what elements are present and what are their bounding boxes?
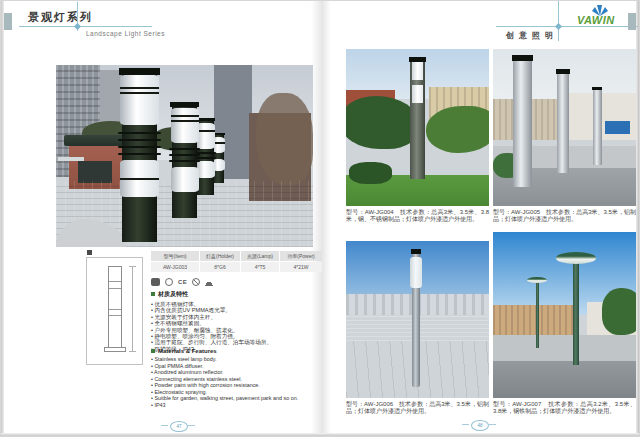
bullet-square-icon	[151, 292, 155, 296]
left-corner-mark	[4, 13, 12, 30]
features-en: Materials & Features Stainless steel lam…	[151, 348, 319, 408]
lamp-diffuser	[196, 161, 215, 178]
features-en-heading: Materials & Features	[151, 348, 319, 354]
scan-edge-bottom	[1, 433, 640, 436]
lamp-diffuser	[196, 123, 215, 148]
landscape-lamp-main	[122, 68, 157, 242]
spec-header-lamp: 光源(Lamp)	[241, 251, 279, 261]
buildings	[493, 305, 576, 335]
lamp-slat	[195, 157, 216, 159]
series-title-en: Landscape Light Series	[86, 30, 165, 37]
lamp-cap	[170, 102, 199, 107]
diffuser-ring	[171, 115, 199, 117]
dimension-tick	[129, 266, 136, 267]
lamp-slat	[118, 153, 161, 155]
features-cn: 材质及特性 优质不锈钢灯体。 内含优质抗UV PMMA透光罩。 光源安装于灯体内…	[151, 290, 319, 352]
product-photo-jg005	[493, 49, 636, 206]
spec-header-holder: 灯盘(Holder)	[200, 251, 240, 261]
lamp-panel	[412, 62, 423, 80]
spec-value-power: 4*21W	[280, 262, 322, 272]
quality-mark-icon	[165, 278, 173, 286]
caption-jg005: 型号：AW-JG005 技术参数：总高3米、3.5米，铝制品；灯体喷户外漆适户外…	[493, 209, 636, 223]
right-header-diamond-icon	[555, 23, 562, 30]
lamp-cap	[556, 69, 569, 73]
pavilion-window	[78, 161, 112, 183]
ce-mark: CE	[178, 279, 187, 285]
spec-table: 型号(Item) 灯盘(Holder) 光源(Lamp) 功率(Power) A…	[151, 251, 322, 272]
tree-canopy	[346, 96, 420, 149]
lamp-slat	[118, 146, 161, 148]
technical-drawing	[86, 257, 143, 365]
shrubs	[349, 162, 392, 184]
lamp-diffuser	[120, 75, 159, 125]
landscape-lamp	[172, 102, 197, 218]
diffuser-ring	[171, 120, 199, 122]
dimension-tick	[129, 351, 136, 352]
right-header-tick	[558, 1, 559, 41]
steel-pole-light-main	[513, 55, 532, 187]
drawing-base	[104, 347, 126, 352]
lamp-diffuser	[410, 257, 422, 287]
blue-signboard	[605, 121, 631, 134]
saucer-lamp-head-main	[556, 252, 596, 264]
lamp-diffuser	[120, 160, 159, 197]
pole-light-distant	[536, 282, 539, 348]
diffuser-ring	[120, 178, 159, 180]
series-title-cn: 景观灯系列	[28, 10, 93, 25]
spec-header-item: 型号(Item)	[151, 251, 199, 261]
product-photo-jg004	[346, 49, 489, 206]
steel-pole-light	[593, 87, 602, 166]
cqc-icon	[151, 278, 160, 286]
product-photo-jg006	[346, 241, 489, 398]
round-pole-light	[412, 249, 421, 387]
caption-jg006: 型号：AW-JG006 技术参数：总高3米、3.5米，铝制品；灯体喷户外漆适户外…	[346, 401, 489, 415]
feature-item: IP43	[151, 402, 319, 409]
caption-jg004: 型号：AW-JG004 技术参数：总高3米、3.5米、3.8米，钢、不锈钢制品；…	[346, 209, 489, 223]
bare-trees	[256, 93, 313, 185]
spec-value-item: AW-JG003	[151, 262, 199, 272]
tree-canopy	[602, 288, 636, 334]
features-en-heading-text: Materials & Features	[158, 348, 217, 354]
steel-pole-light	[557, 69, 568, 173]
diffuser-ring	[120, 92, 159, 94]
diffuser-ring	[120, 87, 159, 89]
badge-wing	[462, 424, 469, 425]
lamp-diffuser	[171, 108, 199, 143]
left-page-number: 47	[170, 421, 188, 432]
diffuser-ring	[196, 130, 215, 132]
lamp-cap	[512, 55, 534, 60]
scan-edge-right	[636, 1, 639, 437]
lamp-slat	[169, 160, 200, 162]
square-pole-light	[410, 57, 424, 179]
left-header-rule	[19, 26, 152, 27]
protection-icon	[205, 278, 213, 286]
right-corner-mark	[628, 13, 636, 30]
drawing-line	[109, 315, 121, 316]
product-photo-jg007	[493, 232, 636, 398]
road	[493, 361, 636, 398]
lamp-slat	[169, 154, 200, 156]
lamp-cap	[196, 118, 216, 121]
brand-name: VAWIN	[577, 14, 615, 26]
lamp-cap	[592, 87, 602, 90]
certification-row: CE	[151, 278, 213, 286]
section-marker	[87, 250, 92, 255]
recycle-icon	[192, 278, 200, 286]
lamp-diffuser	[171, 167, 199, 193]
dimension-line	[132, 266, 133, 352]
tree-canopy	[426, 106, 489, 153]
lamp-slat	[118, 132, 161, 134]
drawing-lamp-outline	[108, 266, 122, 348]
drawing-line	[109, 288, 121, 289]
spec-value-holder: 8*G6	[200, 262, 240, 272]
pole-light-main	[573, 262, 579, 365]
scan-edge-left	[1, 1, 4, 437]
feature-item: Suitble for garden, walking street, pave…	[151, 395, 319, 402]
landscape-lamp	[197, 118, 214, 195]
lamp-slat	[118, 139, 161, 141]
badge-wing	[489, 424, 496, 425]
sidewalk	[493, 335, 636, 362]
lamp-cap	[119, 68, 160, 75]
drawing-line	[109, 281, 121, 282]
badge-wing	[188, 425, 195, 426]
